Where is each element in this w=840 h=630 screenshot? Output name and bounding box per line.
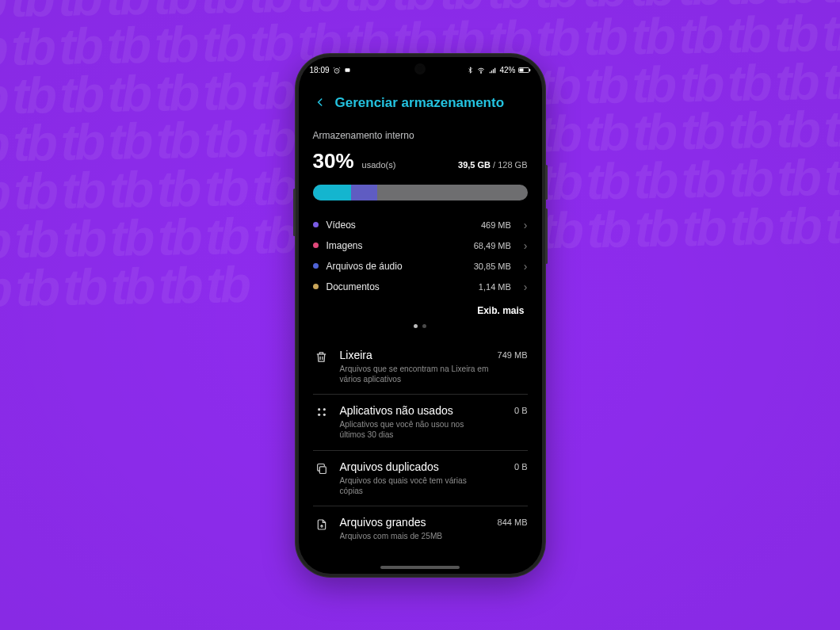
- storage-capacity: 39,5 GB / 128 GB: [458, 160, 527, 170]
- phone-side-button: [293, 189, 296, 236]
- battery-icon: [518, 67, 531, 74]
- cleanup-item-desc: Arquivos que se encontram na Lixeira em …: [340, 364, 491, 385]
- chevron-right-icon: ›: [524, 220, 528, 231]
- storage-percent-row: 30% usado(s) 39,5 GB / 128 GB: [313, 149, 528, 174]
- category-name: Imagens: [326, 240, 363, 251]
- cleanup-item-desc: Arquivos dos quais você tem várias cópia…: [340, 475, 491, 497]
- page-indicator: [313, 324, 528, 328]
- status-time: 18:09: [310, 66, 330, 74]
- chevron-right-icon: ›: [524, 281, 528, 292]
- svg-point-7: [323, 408, 325, 410]
- cleanup-item[interactable]: Aplicativos não usados0 BAplicativos que…: [313, 394, 528, 450]
- chevron-right-icon: ›: [524, 261, 528, 272]
- category-size: 30,85 MB: [474, 262, 511, 271]
- category-size: 1,14 MB: [479, 282, 511, 292]
- wifi-icon: [476, 67, 486, 74]
- cleanup-item-title: Arquivos duplicados: [340, 460, 439, 473]
- svg-point-8: [318, 414, 320, 416]
- apps-icon: [313, 404, 330, 441]
- category-name: Arquivos de áudio: [326, 261, 403, 272]
- storage-percent: 30%: [313, 149, 354, 174]
- storage-bar-segment: [313, 185, 352, 200]
- section-label: Armazenamento interno: [313, 130, 528, 141]
- cleanup-item-title: Arquivos grandes: [340, 516, 426, 529]
- battery-percent: 42%: [499, 66, 515, 74]
- trash-icon: [313, 349, 330, 385]
- page-title: Gerenciar armazenamento: [335, 95, 505, 111]
- storage-used: 39,5 GB: [458, 160, 491, 170]
- cleanup-item-title: Aplicativos não usados: [340, 404, 453, 417]
- storage-bar: [313, 185, 528, 200]
- cleanup-item-value: 749 MB: [498, 350, 528, 360]
- duplicate-icon: [313, 460, 330, 497]
- svg-rect-5: [519, 69, 523, 72]
- phone-frame: 18:09 42%: [296, 54, 545, 577]
- svg-point-9: [323, 414, 325, 416]
- category-dot: [313, 222, 319, 227]
- category-row[interactable]: Arquivos de áudio30,85 MB›: [313, 256, 528, 277]
- chevron-left-icon: [315, 96, 326, 109]
- storage-total: 128 GB: [498, 160, 527, 170]
- cleanup-item-value: 0 B: [514, 406, 528, 415]
- category-name: Vídeos: [326, 220, 356, 231]
- large-files-icon: [313, 516, 330, 541]
- svg-point-2: [481, 72, 482, 73]
- category-row[interactable]: Imagens68,49 MB›: [313, 235, 528, 256]
- svg-rect-10: [319, 466, 326, 473]
- storage-percent-suffix: usado(s): [362, 160, 396, 170]
- alarm-icon: [333, 67, 341, 74]
- cleanup-item[interactable]: Arquivos duplicados0 BArquivos dos quais…: [313, 450, 528, 506]
- back-button[interactable]: [313, 94, 327, 113]
- svg-point-6: [318, 408, 320, 410]
- show-more-button[interactable]: Exib. mais: [313, 305, 525, 316]
- category-dot: [313, 263, 319, 269]
- category-size: 68,49 MB: [474, 241, 511, 250]
- cleanup-item-value: 844 MB: [498, 517, 528, 527]
- chevron-right-icon: ›: [524, 240, 528, 251]
- category-row[interactable]: Documentos1,14 MB›: [313, 277, 528, 297]
- category-dot: [313, 284, 319, 289]
- cleanup-list: Lixeira749 MBArquivos que se encontram n…: [313, 339, 528, 552]
- signal-icon: [488, 67, 497, 74]
- cleanup-item-title: Lixeira: [340, 349, 372, 361]
- category-size: 469 MB: [481, 220, 511, 230]
- phone-side-button: [545, 165, 548, 200]
- category-list: Vídeos469 MB›Imagens68,49 MB›Arquivos de…: [313, 215, 528, 297]
- category-dot: [313, 242, 319, 248]
- bluetooth-icon: [467, 66, 474, 74]
- front-camera: [416, 65, 424, 73]
- storage-bar-segment: [351, 185, 377, 200]
- phone-side-button: [545, 208, 548, 264]
- cleanup-item-desc: Arquivos com mais de 25MB: [340, 531, 491, 541]
- svg-rect-1: [345, 68, 349, 72]
- cleanup-item[interactable]: Lixeira749 MBArquivos que se encontram n…: [313, 339, 528, 395]
- cleanup-item[interactable]: Arquivos grandes844 MBArquivos com mais …: [313, 506, 528, 551]
- category-row[interactable]: Vídeos469 MB›: [313, 215, 528, 235]
- svg-rect-4: [529, 69, 530, 71]
- notification-icon: [344, 67, 351, 74]
- cleanup-item-value: 0 B: [514, 462, 528, 472]
- cleanup-item-desc: Aplicativos que você não usou nos último…: [340, 419, 491, 441]
- category-name: Documentos: [326, 281, 380, 292]
- home-indicator[interactable]: [380, 566, 460, 569]
